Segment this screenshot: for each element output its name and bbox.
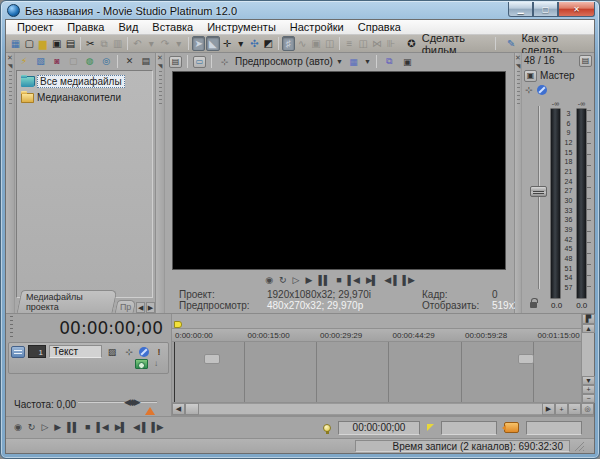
- maximize-button[interactable]: ▢: [533, 2, 558, 17]
- make-movie-button[interactable]: ✪ Сделать фильм: [399, 36, 492, 52]
- zoom-in-track-icon[interactable]: +: [582, 385, 595, 394]
- scrub-control[interactable]: ◀◆▶: [124, 397, 139, 407]
- scroll-left-icon[interactable]: ◀: [172, 403, 185, 415]
- capture-video-icon[interactable]: ◙: [50, 54, 64, 68]
- menu-item[interactable]: Вставка: [145, 21, 200, 33]
- preview-panel-grip[interactable]: ✕◥: [156, 53, 165, 313]
- marker-bar[interactable]: [172, 314, 594, 329]
- save-snapshot-icon[interactable]: ▣: [400, 55, 415, 69]
- crossfade-icon[interactable]: ⋈: [371, 36, 384, 51]
- loop-playback-button[interactable]: ↻: [279, 276, 286, 285]
- pause-button[interactable]: ▌▌: [67, 423, 78, 432]
- track-fx-icon[interactable]: ⊹: [122, 347, 136, 357]
- close-button[interactable]: ✕: [558, 2, 595, 17]
- menu-item[interactable]: Проект: [10, 21, 60, 33]
- menu-item[interactable]: Вид: [111, 21, 145, 33]
- edit-details-icon[interactable]: ▛: [582, 314, 595, 324]
- how-to-button[interactable]: ✎ Как это сделать: [499, 36, 591, 52]
- selection-end-field[interactable]: [526, 421, 582, 435]
- master-fader[interactable]: [528, 100, 550, 299]
- lock-fader-icon[interactable]: [530, 302, 537, 308]
- track-lane[interactable]: [172, 342, 594, 403]
- minimize-button[interactable]: ▁: [508, 2, 533, 17]
- cut-icon[interactable]: ✂: [84, 36, 97, 51]
- media-tree[interactable]: Все медиафайлы Медианакопители: [16, 70, 153, 298]
- menu-item[interactable]: Справка: [351, 21, 408, 33]
- search-media-icon[interactable]: ◎: [99, 54, 113, 68]
- go-to-end-button[interactable]: ▶▌: [115, 423, 126, 432]
- menu-item[interactable]: Настройки: [283, 21, 351, 33]
- envelope-tool-icon[interactable]: ◣: [206, 36, 219, 51]
- expand-track-icon[interactable]: ✛: [221, 36, 234, 51]
- previous-frame-button[interactable]: ◀▐: [133, 423, 144, 432]
- selection-start-field[interactable]: [441, 421, 497, 435]
- new-file-icon[interactable]: ▢: [23, 36, 36, 51]
- split-icon[interactable]: ◫: [357, 36, 370, 51]
- mixer-panel-grip[interactable]: ✕◥: [515, 53, 522, 313]
- fader-handle[interactable]: [530, 186, 547, 197]
- lock-envelopes-icon[interactable]: ▣: [310, 36, 323, 51]
- redo-icon[interactable]: ↷: [159, 36, 172, 51]
- time-ruler[interactable]: 0:00:00:0000:00:15:0000:00:29:2900:00:44…: [172, 329, 594, 342]
- stop-button[interactable]: ■: [85, 423, 89, 432]
- open-icon[interactable]: ▆: [37, 36, 50, 51]
- media-panel-grip[interactable]: ✕◥: [6, 53, 15, 313]
- get-photo-icon[interactable]: ▢: [66, 54, 80, 68]
- timecode-display[interactable]: 00:00:00;00: [16, 318, 171, 338]
- preview-quality-dropdown[interactable]: Предпросмотр (авто) ▼: [235, 56, 343, 67]
- ignore-grouping-icon[interactable]: ◫: [323, 36, 336, 51]
- zoom-out-time-icon[interactable]: −: [568, 403, 581, 415]
- tree-item-media-bins[interactable]: Медианакопители: [19, 91, 150, 104]
- menu-item[interactable]: Правка: [60, 21, 111, 33]
- zoom-out-track-icon[interactable]: −: [582, 394, 595, 403]
- copy-icon[interactable]: ⧉: [98, 36, 111, 51]
- tab-scroll-right[interactable]: ▶: [146, 302, 155, 313]
- save-icon[interactable]: ▣: [50, 36, 63, 51]
- mixer-properties-icon[interactable]: ▤: [579, 55, 592, 67]
- bypass-motion-blur-icon[interactable]: ▨: [105, 347, 119, 357]
- track-motion-icon[interactable]: [135, 359, 148, 369]
- enable-snapping-icon[interactable]: ♯: [282, 36, 295, 51]
- record-button[interactable]: ◉: [14, 423, 21, 432]
- scroll-down-icon[interactable]: ▼: [582, 376, 595, 385]
- go-to-end-button[interactable]: ▶▌: [366, 276, 377, 285]
- properties-icon[interactable]: ▤: [64, 36, 77, 51]
- insert-fx-icon[interactable]: ⊹: [525, 85, 533, 95]
- edit-cursor[interactable]: [174, 342, 175, 402]
- play-button[interactable]: ▶: [305, 276, 311, 285]
- overlay-grid-dropdown[interactable]: ▦ ▼: [346, 55, 371, 69]
- cursor-time-field[interactable]: 00:00:00;00: [338, 421, 420, 435]
- vertical-scrollbar[interactable]: ▛ ▲ ▼ + −: [581, 314, 594, 403]
- copy-snapshot-icon[interactable]: ⧉: [382, 55, 397, 69]
- go-to-start-button[interactable]: ▌◀: [348, 276, 359, 285]
- video-display[interactable]: [172, 71, 506, 270]
- mute-icon[interactable]: [537, 85, 547, 95]
- import-media-icon[interactable]: ▧: [33, 54, 47, 68]
- track-name-field[interactable]: Текст: [49, 345, 102, 358]
- group-icon[interactable]: ≡: [343, 36, 356, 51]
- event-tool-icon[interactable]: ⊪: [384, 36, 397, 51]
- tool-caret-icon[interactable]: ▾: [234, 36, 247, 51]
- zoom-in-time-icon[interactable]: +: [555, 403, 568, 415]
- new-project-icon[interactable]: ▦: [9, 36, 22, 51]
- loop-region-flag-icon[interactable]: [174, 321, 182, 328]
- undo-icon[interactable]: ↶: [131, 36, 144, 51]
- auto-preview-icon[interactable]: ⚡: [17, 54, 31, 68]
- resize-grip[interactable]: [574, 441, 584, 451]
- pause-button[interactable]: ▌▌: [318, 276, 329, 285]
- external-monitor-icon[interactable]: ▭: [193, 56, 206, 68]
- record-button[interactable]: ◉: [265, 276, 272, 285]
- next-frame-button[interactable]: ▌▶: [151, 423, 162, 432]
- loop-playback-button[interactable]: ↻: [28, 423, 35, 432]
- tab-next-partial[interactable]: Пр: [114, 300, 136, 313]
- go-to-start-button[interactable]: ▌◀: [96, 423, 107, 432]
- title-bar[interactable]: Без названия - Movie Studio Platinum 12.…: [1, 1, 599, 19]
- stop-button[interactable]: ■: [336, 276, 340, 285]
- get-media-web-icon[interactable]: ◍: [83, 54, 97, 68]
- compositing-mode-icon[interactable]: ↓: [154, 359, 158, 369]
- trimmer-icon[interactable]: ◩: [262, 36, 275, 51]
- zoom-tool-icon[interactable]: ◎: [581, 403, 594, 415]
- next-frame-button[interactable]: ▌▶: [403, 276, 414, 285]
- remove-media-icon[interactable]: ✕: [122, 54, 136, 68]
- redo-caret-icon[interactable]: ▾: [172, 36, 185, 51]
